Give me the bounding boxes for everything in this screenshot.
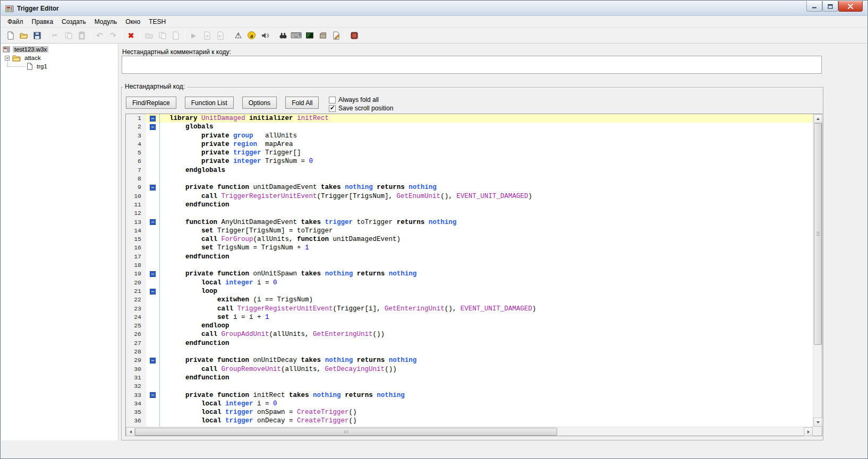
code-line[interactable]: 12 [126,209,813,218]
edit-page-button[interactable] [329,29,343,42]
code-editor[interactable]: 1library UnitDamaged initializer initRec… [125,114,822,436]
save-file-button[interactable] [30,29,44,42]
run-script-button[interactable]: ▶ [187,29,200,42]
collapse-expander-icon[interactable] [5,56,10,60]
fold-collapse-icon[interactable] [150,124,156,130]
fold-collapse-icon[interactable] [150,271,156,277]
menu-module[interactable]: Модуль [90,16,122,27]
fold-gutter-cell [146,391,159,400]
find-replace-button[interactable]: Find/Replace [126,97,176,109]
script-viewer-button[interactable] [303,29,316,42]
tree-item-test123[interactable]: test123.w3x [1,45,118,54]
fold-collapse-icon[interactable] [150,392,156,398]
vertical-scrollbar[interactable] [813,114,822,427]
code-line[interactable]: 7 endglobals [126,166,813,175]
code-line[interactable]: 30 call GroupRemoveUnit(allUnits, GetDec… [126,365,813,374]
always-fold-all-checkbox[interactable]: Always fold all [329,96,393,104]
cut-button[interactable]: ✂ [48,29,62,42]
code-line[interactable]: 15 call ForGroup(allUnits, function unit… [126,235,813,244]
scroll-left-button[interactable] [126,427,135,436]
undo-button[interactable]: ↶ [93,29,106,42]
vertical-scroll-thumb[interactable] [814,123,822,345]
delete-button[interactable]: ✖ [124,29,138,42]
close-button[interactable] [838,1,863,12]
fold-collapse-icon[interactable] [150,358,156,363]
code-line[interactable]: 22 exitwhen (i == TrigsNum) [126,296,813,304]
code-line[interactable]: 36 local trigger onDecay = CreateTrigger… [126,417,813,425]
menu-tesh[interactable]: TESH [144,16,170,27]
comment-input[interactable] [122,56,822,74]
unchecked-checkbox-icon[interactable] [329,97,336,103]
export-script-button[interactable] [200,29,214,42]
code-line[interactable]: 5 private trigger Trigger[] [126,149,813,157]
code-line[interactable]: 20 local integer i = 0 [126,279,813,287]
menu-edit[interactable]: Правка [28,16,58,27]
new-document-button[interactable] [4,29,17,42]
new-comment-button[interactable] [169,29,182,42]
find-tool-button[interactable] [276,29,290,42]
color-settings-button[interactable] [347,29,361,42]
menu-window[interactable]: Окно [121,16,144,27]
code-line[interactable]: 4 private region mapArea [126,140,813,149]
fold-collapse-icon[interactable] [150,219,156,225]
code-line[interactable]: 24 set i = i + 1 [126,313,813,322]
code-line[interactable]: 23 call TriggerRegisterUnitEvent(Trigger… [126,305,813,313]
hotkeys-button[interactable]: ⌨ [290,29,303,42]
code-line[interactable]: 8 [126,175,813,183]
code-line[interactable]: 3 private group allUnits [126,132,813,140]
function-list-button[interactable]: Function List [185,97,234,109]
fold-collapse-icon[interactable] [150,116,156,122]
code-line[interactable]: 35 local trigger onSpawn = CreateTrigger… [126,408,813,417]
scroll-up-button[interactable] [813,114,822,123]
tree-item-attack[interactable]: attack [1,54,118,62]
code-line[interactable]: 1library UnitDamaged initializer initRec… [126,114,813,123]
copy-button[interactable] [62,29,75,42]
code-line[interactable]: 17 endfunction [126,253,813,261]
code-line[interactable]: 14 set Trigger[TrigsNum] = toTrigger [126,227,813,235]
code-line[interactable]: 13 function AnyUnitDamagedEvent takes tr… [126,218,813,227]
code-line[interactable]: 10 call TriggerRegisterUnitEvent(Trigger… [126,192,813,201]
code-line[interactable]: 31 endfunction [126,374,813,382]
code-line[interactable]: 16 set TrigsNum = TrigsNum + 1 [126,244,813,252]
package-tool-button[interactable] [316,29,329,42]
horizontal-scroll-thumb[interactable] [135,428,557,436]
autocomplete-button[interactable]: a [245,29,258,42]
fold-collapse-icon[interactable] [150,185,156,190]
options-button[interactable]: Options [242,97,277,109]
menu-create[interactable]: Создать [57,16,90,27]
syntax-check-button[interactable]: ⚠ [232,29,245,42]
code-line[interactable]: 26 call GroupAddUnit(allUnits, GetEnteri… [126,330,813,339]
code-line[interactable]: 6 private integer TrigsNum = 0 [126,157,813,166]
horizontal-scrollbar[interactable] [126,427,813,436]
code-line[interactable]: 29 private function onUnitDecay takes no… [126,356,813,365]
code-line[interactable]: 34 local integer i = 0 [126,400,813,408]
maximize-button[interactable] [822,1,838,12]
new-category-button[interactable] [142,29,156,42]
code-line[interactable]: 19 private function onUnitSpawn takes no… [126,270,813,278]
scroll-right-button[interactable] [804,427,813,436]
code-line[interactable]: 21 loop [126,287,813,296]
code-line[interactable]: 11 endfunction [126,201,813,209]
code-line[interactable]: 33 private function initRect takes nothi… [126,391,813,400]
code-line[interactable]: 27 endfunction [126,339,813,348]
code-line[interactable]: 9 private function unitDamagedEvent take… [126,183,813,192]
minimize-button[interactable] [806,1,822,12]
fold-all-button[interactable]: Fold All [285,97,319,109]
scroll-down-button[interactable] [813,418,822,427]
fold-collapse-icon[interactable] [150,289,156,295]
paste-button[interactable] [75,29,88,42]
code-viewport[interactable]: 1library UnitDamaged initializer initRec… [126,114,813,427]
menu-file[interactable]: Файл [3,16,28,27]
sound-button[interactable] [258,29,271,42]
redo-button[interactable]: ↷ [106,29,120,42]
code-line[interactable]: 2 globals [126,123,813,131]
code-line[interactable]: 25 endloop [126,322,813,330]
code-line[interactable]: 18 [126,261,813,270]
code-line[interactable]: 28 [126,348,813,356]
new-trigger-button[interactable] [156,29,169,42]
code-line[interactable]: 32 [126,382,813,391]
save-scroll-position-checkbox[interactable]: ✔Save scroll position [329,104,393,112]
open-file-button[interactable] [17,29,30,42]
checked-checkbox-icon[interactable]: ✔ [329,105,336,112]
import-script-button[interactable] [214,29,227,42]
